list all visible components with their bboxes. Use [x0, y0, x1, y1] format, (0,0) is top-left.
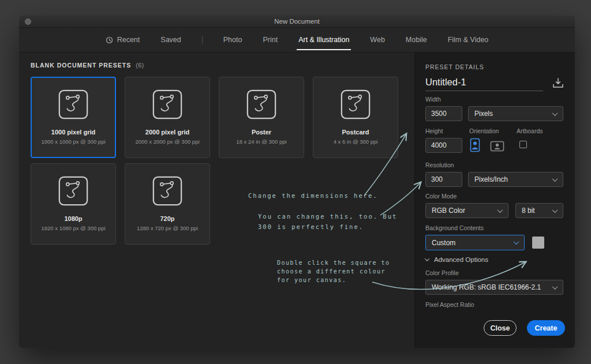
tab-saved[interactable]: Saved: [160, 28, 181, 52]
preset-details: 1280 x 720 px @ 300 ppi: [137, 225, 198, 231]
tab-print[interactable]: Print: [263, 28, 278, 52]
tab-label: Recent: [117, 36, 140, 44]
chevron-down-icon: [514, 239, 519, 245]
preset-details: 4 x 6 in @ 300 ppi: [334, 138, 378, 145]
resolution-input[interactable]: [425, 172, 462, 187]
tab-art-illustration[interactable]: Art & Illustration: [298, 28, 349, 52]
tab-label: Print: [263, 36, 278, 44]
color-profile-label: Color Profile: [425, 269, 459, 276]
advanced-options-toggle[interactable]: Advanced Options: [425, 256, 488, 263]
presets-heading: BLANK DOCUMENT PRESETS(6): [31, 62, 144, 69]
presets-pane: BLANK DOCUMENT PRESETS(6) 1000 pixel gri…: [19, 52, 414, 348]
preset-name: Poster: [252, 129, 271, 136]
color-profile-dropdown[interactable]: Working RGB: sRGB IEC61966-2.1: [425, 280, 563, 295]
title-bar: New Document: [19, 16, 575, 28]
save-preset-icon[interactable]: [552, 78, 564, 91]
preset-name: 1000 pixel grid: [51, 129, 95, 136]
orientation-portrait-button[interactable]: [469, 138, 481, 152]
tab-label: Film & Video: [448, 36, 489, 44]
orientation-landscape-button[interactable]: [490, 140, 504, 152]
artboard-sketch-icon: [151, 175, 184, 207]
artboard-sketch-icon: [339, 88, 372, 121]
resolution-unit-dropdown[interactable]: Pixels/Inch: [468, 172, 563, 187]
artboard-sketch-icon: [57, 175, 89, 207]
color-mode-dropdown[interactable]: RGB Color: [425, 203, 508, 218]
width-label: Width: [425, 96, 441, 103]
chevron-down-icon: [498, 207, 503, 213]
preset-details: 1000 x 1000 px @ 300 ppi: [41, 138, 105, 145]
close-button[interactable]: Close: [484, 320, 517, 336]
chevron-down-icon: [552, 284, 558, 290]
tab-label: Saved: [160, 36, 181, 44]
artboard-sketch-icon: [151, 88, 184, 121]
artboards-label: Artboards: [517, 127, 543, 134]
tab-divider: [202, 36, 203, 44]
preset-card-1000-pixel-grid[interactable]: 1000 pixel grid 1000 x 1000 px @ 300 ppi: [31, 77, 116, 158]
resolution-label: Resolution: [425, 162, 454, 168]
preset-card-2000-pixel-grid[interactable]: 2000 pixel grid 2000 x 2000 px @ 300 ppi: [125, 77, 210, 158]
color-mode-label: Color Mode: [425, 193, 457, 200]
chevron-down-icon: [425, 256, 429, 261]
tab-label: Art & Illustration: [298, 36, 349, 44]
width-unit-dropdown[interactable]: Pixels: [468, 106, 563, 121]
resolution-unit-value: Pixels/Inch: [474, 175, 508, 183]
color-profile-value: Working RGB: sRGB IEC61966-2.1: [432, 283, 541, 291]
tab-label: Web: [370, 36, 384, 44]
tab-label: Photo: [223, 36, 242, 44]
chevron-down-icon: [552, 176, 558, 182]
preset-name: 1080p: [64, 215, 82, 222]
artboard-sketch-icon: [245, 88, 278, 121]
tab-web[interactable]: Web: [370, 28, 384, 52]
chevron-down-icon: [552, 207, 558, 213]
tab-mobile[interactable]: Mobile: [406, 28, 427, 52]
preset-name: 720p: [160, 215, 174, 222]
panel-heading: PRESET DETAILS: [425, 63, 484, 70]
preset-details: 1920 x 1080 px @ 300 ppi: [41, 225, 105, 231]
document-name-input[interactable]: [425, 76, 543, 91]
chevron-down-icon: [552, 110, 558, 116]
width-unit-value: Pixels: [474, 110, 493, 118]
category-tab-bar: Recent Saved Photo Print Art & Illustrat…: [19, 28, 575, 52]
portrait-orientation-icon: [469, 138, 481, 152]
width-input[interactable]: [425, 106, 462, 121]
tab-recent[interactable]: Recent: [106, 28, 140, 52]
preset-card-720p[interactable]: 720p 1280 x 720 px @ 300 ppi: [125, 163, 210, 245]
preset-details: 2000 x 2000 px @ 300 ppi: [135, 138, 199, 145]
pixel-aspect-ratio-label: Pixel Aspect Ratio: [425, 301, 474, 308]
background-contents-value: Custom: [432, 239, 455, 247]
new-document-window: New Document Recent Saved Photo Print Ar…: [19, 16, 575, 348]
orientation-label: Orientation: [469, 127, 499, 134]
bit-depth-dropdown[interactable]: 8 bit: [515, 203, 563, 218]
bit-depth-value: 8 bit: [522, 207, 535, 215]
tab-photo[interactable]: Photo: [223, 28, 242, 52]
preset-name: Postcard: [342, 129, 369, 136]
preset-card-1080p[interactable]: 1080p 1920 x 1080 px @ 300 ppi: [31, 163, 116, 245]
preset-card-poster[interactable]: Poster 18 x 24 in @ 300 ppi: [219, 77, 304, 158]
background-color-swatch[interactable]: [532, 237, 544, 249]
window-control-button[interactable]: [25, 18, 31, 25]
landscape-orientation-icon: [490, 140, 504, 152]
preset-details: 18 x 24 in @ 300 ppi: [236, 138, 286, 145]
preset-name: 2000 pixel grid: [145, 129, 189, 136]
advanced-options-label: Advanced Options: [434, 256, 488, 263]
clock-icon: [106, 36, 113, 44]
create-button[interactable]: Create: [527, 320, 565, 336]
height-input[interactable]: [425, 138, 462, 153]
presets-count: (6): [136, 62, 144, 69]
tab-label: Mobile: [406, 36, 427, 44]
height-label: Height: [425, 127, 443, 134]
background-contents-label: Background Contents: [425, 224, 484, 231]
color-mode-value: RGB Color: [432, 207, 465, 215]
preset-details-panel: PRESET DETAILS Width Pixels Height Orien…: [414, 52, 575, 348]
tab-film-video[interactable]: Film & Video: [448, 28, 489, 52]
background-contents-dropdown[interactable]: Custom: [425, 235, 525, 250]
artboards-checkbox[interactable]: [519, 141, 527, 148]
artboard-sketch-icon: [57, 88, 89, 121]
window-title: New Document: [274, 18, 320, 25]
preset-card-postcard[interactable]: Postcard 4 x 6 in @ 300 ppi: [313, 77, 398, 158]
